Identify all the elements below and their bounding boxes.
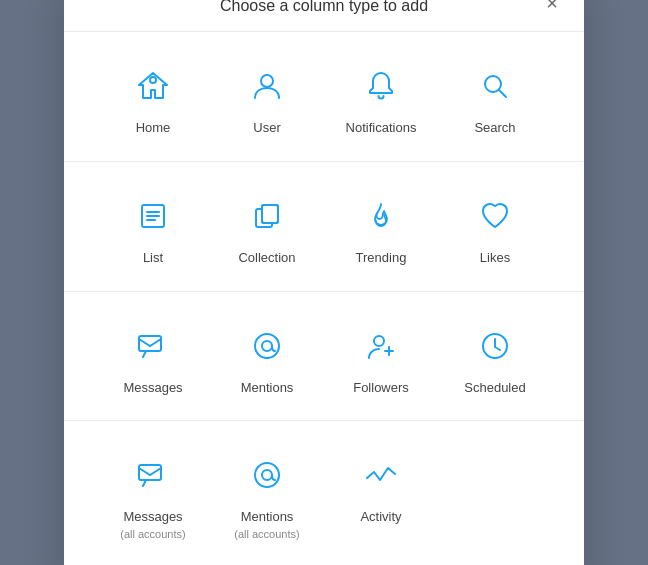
section-all-accounts: Messages (all accounts) Mentions (all ac… [64,420,584,564]
col-activity-label: Activity [360,509,401,526]
col-activity[interactable]: Activity [324,437,438,548]
svg-rect-8 [262,205,278,223]
grid-content: List Collection [96,178,552,275]
col-collection[interactable]: Collection [210,178,324,275]
svg-rect-15 [139,465,161,480]
trending-icon [355,190,407,242]
col-likes-label: Likes [480,250,510,267]
svg-rect-10 [139,336,161,351]
col-mentions-all-sub: (all accounts) [234,528,299,540]
collection-icon [241,190,293,242]
col-followers[interactable]: Followers [324,308,438,405]
col-mentions-label: Mentions [241,380,294,397]
svg-point-16 [255,463,279,487]
column-type-modal: Choose a column type to add × Home [64,0,584,565]
col-trending-label: Trending [356,250,407,267]
col-trending[interactable]: Trending [324,178,438,275]
col-likes[interactable]: Likes [438,178,552,275]
col-notifications-label: Notifications [346,120,417,137]
col-messages-all[interactable]: Messages (all accounts) [96,437,210,548]
col-home[interactable]: Home [96,48,210,145]
col-messages[interactable]: Messages [96,308,210,405]
grid-all-accounts: Messages (all accounts) Mentions (all ac… [96,437,552,548]
messages-icon [127,320,179,372]
list-icon [127,190,179,242]
heart-icon [469,190,521,242]
mentions-icon [241,320,293,372]
svg-point-11 [255,334,279,358]
col-scheduled[interactable]: Scheduled [438,308,552,405]
col-messages-all-sub: (all accounts) [120,528,185,540]
home-icon [127,60,179,112]
col-search-label: Search [474,120,515,137]
svg-point-12 [262,341,272,351]
followers-icon [355,320,407,372]
search-icon [469,60,521,112]
col-mentions-all[interactable]: Mentions (all accounts) [210,437,324,548]
close-button[interactable]: × [538,0,566,18]
section-main: Home User Notification [64,32,584,161]
col-messages-label: Messages [123,380,182,397]
svg-point-17 [262,470,272,480]
col-mentions-all-label: Mentions [241,509,294,526]
modal-header: Choose a column type to add × [64,0,584,32]
col-search[interactable]: Search [438,48,552,145]
mentions-all-icon [241,449,293,501]
col-list[interactable]: List [96,178,210,275]
col-home-label: Home [136,120,171,137]
grid-main: Home User Notification [96,48,552,145]
col-user-label: User [253,120,280,137]
bell-icon [355,60,407,112]
user-icon [241,60,293,112]
grid-social: Messages Mentions [96,308,552,405]
modal-title: Choose a column type to add [220,0,428,15]
col-collection-label: Collection [238,250,295,267]
col-followers-label: Followers [353,380,409,397]
svg-point-0 [150,77,156,83]
svg-point-1 [261,75,273,87]
svg-point-13 [374,336,384,346]
col-user[interactable]: User [210,48,324,145]
col-list-label: List [143,250,163,267]
section-content: List Collection [64,161,584,291]
col-messages-all-label: Messages [123,509,182,526]
messages-all-icon [127,449,179,501]
grid-spacer [438,437,552,548]
col-scheduled-label: Scheduled [464,380,525,397]
section-social: Messages Mentions [64,291,584,421]
scheduled-icon [469,320,521,372]
col-mentions[interactable]: Mentions [210,308,324,405]
col-notifications[interactable]: Notifications [324,48,438,145]
activity-icon [355,449,407,501]
